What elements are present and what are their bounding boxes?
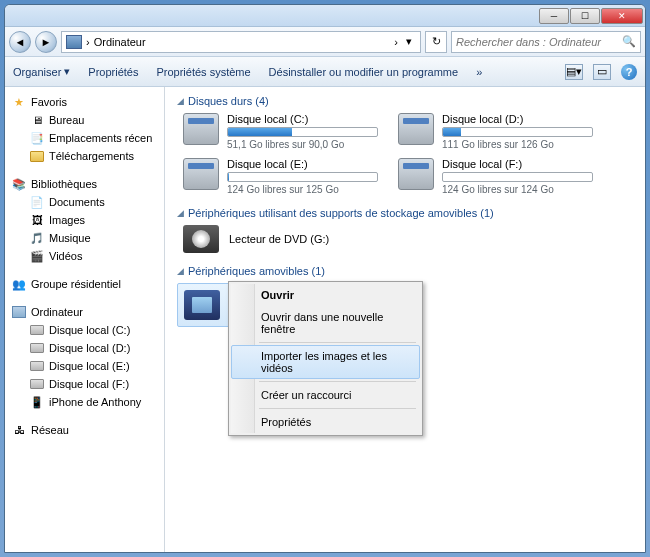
address-drop-2[interactable]: › bbox=[394, 36, 398, 48]
ctx-open[interactable]: Ouvrir bbox=[231, 284, 420, 306]
drive-icon bbox=[398, 113, 434, 145]
computer-icon bbox=[66, 35, 82, 49]
nav-pane: ★Favoris 🖥Bureau 📑Emplacements récen Tél… bbox=[5, 87, 165, 552]
ctx-create-shortcut[interactable]: Créer un raccourci bbox=[231, 384, 420, 406]
uninstall-button[interactable]: Désinstaller ou modifier un programme bbox=[269, 66, 459, 78]
address-bar[interactable]: › Ordinateur › ▾ bbox=[61, 31, 421, 53]
drive-d[interactable]: Disque local (D:) 111 Go libres sur 126 … bbox=[398, 113, 593, 150]
back-button[interactable]: ◄ bbox=[9, 31, 31, 53]
computer-icon bbox=[12, 306, 26, 318]
dvd-drive[interactable]: Lecteur de DVD (G:) bbox=[177, 225, 637, 253]
dvd-label: Lecteur de DVD (G:) bbox=[229, 233, 329, 245]
explorer-window: ─ ☐ ✕ ◄ ► › Ordinateur › ▾ ↻ 🔍 Organiser… bbox=[4, 4, 646, 553]
usage-bar bbox=[227, 172, 378, 182]
drive-f[interactable]: Disque local (F:) 124 Go libres sur 124 … bbox=[398, 158, 593, 195]
search-input[interactable] bbox=[456, 36, 618, 48]
ctx-properties[interactable]: Propriétés bbox=[231, 411, 420, 433]
folder-icon bbox=[30, 151, 44, 162]
titlebar: ─ ☐ ✕ bbox=[5, 5, 645, 27]
collapse-icon: ◢ bbox=[177, 96, 184, 106]
sidebar-item-downloads[interactable]: Téléchargements bbox=[5, 147, 164, 165]
network-icon: 🖧 bbox=[11, 423, 27, 437]
nav-bar: ◄ ► › Ordinateur › ▾ ↻ 🔍 bbox=[5, 27, 645, 57]
separator bbox=[259, 342, 416, 343]
sidebar-item-bureau[interactable]: 🖥Bureau bbox=[5, 111, 164, 129]
separator bbox=[259, 381, 416, 382]
recent-icon: 📑 bbox=[29, 131, 45, 145]
phone-icon: 📱 bbox=[29, 395, 45, 409]
usage-text: 111 Go libres sur 126 Go bbox=[442, 139, 593, 150]
drive-icon bbox=[183, 113, 219, 145]
usage-bar bbox=[442, 127, 593, 137]
section-hard-drives[interactable]: ◢Disques durs (4) bbox=[177, 95, 637, 107]
usage-text: 124 Go libres sur 125 Go bbox=[227, 184, 378, 195]
collapse-icon: ◢ bbox=[177, 208, 184, 218]
drive-label: Disque local (C:) bbox=[227, 113, 378, 125]
favorites-group[interactable]: ★Favoris bbox=[5, 93, 164, 111]
sidebar-item-drive-f[interactable]: Disque local (F:) bbox=[5, 375, 164, 393]
sidebar-item-images[interactable]: 🖼Images bbox=[5, 211, 164, 229]
drive-icon bbox=[30, 325, 44, 335]
drive-label: Disque local (F:) bbox=[442, 158, 593, 170]
address-dropdown[interactable]: ▾ bbox=[402, 35, 416, 48]
usage-bar bbox=[227, 127, 378, 137]
view-button[interactable]: ▤▾ bbox=[565, 64, 583, 80]
ctx-open-new-window[interactable]: Ouvrir dans une nouvelle fenêtre bbox=[231, 306, 420, 340]
help-icon[interactable]: ? bbox=[621, 64, 637, 80]
drive-label: Disque local (E:) bbox=[227, 158, 378, 170]
forward-button[interactable]: ► bbox=[35, 31, 57, 53]
sidebar-item-drive-e[interactable]: Disque local (E:) bbox=[5, 357, 164, 375]
search-box[interactable]: 🔍 bbox=[451, 31, 641, 53]
organize-button[interactable]: Organiser ▾ bbox=[13, 65, 70, 78]
dvd-icon bbox=[183, 225, 219, 253]
sidebar-item-drive-c[interactable]: Disque local (C:) bbox=[5, 321, 164, 339]
libraries-group[interactable]: 📚Bibliothèques bbox=[5, 175, 164, 193]
drive-icon bbox=[30, 379, 44, 389]
homegroup-group[interactable]: 👥Groupe résidentiel bbox=[5, 275, 164, 293]
context-menu: Ouvrir Ouvrir dans une nouvelle fenêtre … bbox=[228, 281, 423, 436]
properties-button[interactable]: Propriétés bbox=[88, 66, 138, 78]
more-commands[interactable]: » bbox=[476, 66, 482, 78]
libraries-icon: 📚 bbox=[11, 177, 27, 191]
phone-icon bbox=[184, 290, 220, 320]
preview-pane-button[interactable]: ▭ bbox=[593, 64, 611, 80]
command-bar: Organiser ▾ Propriétés Propriétés systèm… bbox=[5, 57, 645, 87]
drive-c[interactable]: Disque local (C:) 51,1 Go libres sur 90,… bbox=[183, 113, 378, 150]
collapse-icon: ◢ bbox=[177, 266, 184, 276]
sidebar-item-recent[interactable]: 📑Emplacements récen bbox=[5, 129, 164, 147]
search-icon[interactable]: 🔍 bbox=[622, 35, 636, 48]
documents-icon: 📄 bbox=[29, 195, 45, 209]
section-removable-storage[interactable]: ◢Périphériques utilisant des supports de… bbox=[177, 207, 637, 219]
sidebar-item-music[interactable]: 🎵Musique bbox=[5, 229, 164, 247]
desktop-icon: 🖥 bbox=[29, 113, 45, 127]
separator bbox=[259, 408, 416, 409]
images-icon: 🖼 bbox=[29, 213, 45, 227]
drive-icon bbox=[183, 158, 219, 190]
sidebar-item-documents[interactable]: 📄Documents bbox=[5, 193, 164, 211]
system-properties-button[interactable]: Propriétés système bbox=[156, 66, 250, 78]
usage-text: 51,1 Go libres sur 90,0 Go bbox=[227, 139, 378, 150]
drive-e[interactable]: Disque local (E:) 124 Go libres sur 125 … bbox=[183, 158, 378, 195]
drive-icon bbox=[30, 361, 44, 371]
sidebar-item-drive-d[interactable]: Disque local (D:) bbox=[5, 339, 164, 357]
network-group[interactable]: 🖧Réseau bbox=[5, 421, 164, 439]
maximize-button[interactable]: ☐ bbox=[570, 8, 600, 24]
star-icon: ★ bbox=[11, 95, 27, 109]
drive-label: Disque local (D:) bbox=[442, 113, 593, 125]
usage-bar bbox=[442, 172, 593, 182]
ctx-import-images-videos[interactable]: Importer les images et les vidéos bbox=[231, 345, 420, 379]
computer-group[interactable]: Ordinateur bbox=[5, 303, 164, 321]
videos-icon: 🎬 bbox=[29, 249, 45, 263]
close-button[interactable]: ✕ bbox=[601, 8, 643, 24]
drive-icon bbox=[398, 158, 434, 190]
refresh-button[interactable]: ↻ bbox=[425, 31, 447, 53]
sidebar-item-iphone[interactable]: 📱iPhone de Anthony bbox=[5, 393, 164, 411]
homegroup-icon: 👥 bbox=[11, 277, 27, 291]
minimize-button[interactable]: ─ bbox=[539, 8, 569, 24]
section-removable-devices[interactable]: ◢Périphériques amovibles (1) bbox=[177, 265, 637, 277]
sidebar-item-videos[interactable]: 🎬Vidéos bbox=[5, 247, 164, 265]
address-text: Ordinateur bbox=[94, 36, 391, 48]
usage-text: 124 Go libres sur 124 Go bbox=[442, 184, 593, 195]
music-icon: 🎵 bbox=[29, 231, 45, 245]
address-drop-1[interactable]: › bbox=[86, 36, 90, 48]
